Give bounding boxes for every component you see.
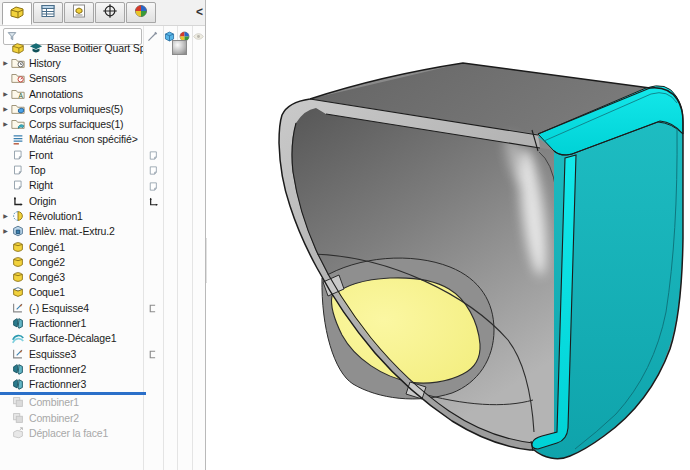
- manager-tab-propertymanager[interactable]: [33, 2, 63, 23]
- displaymanager-icon: [133, 3, 149, 23]
- tree-item-label: Congé1: [29, 241, 65, 253]
- plane-icon: [147, 163, 161, 176]
- collapse-panel-button[interactable]: <: [196, 5, 203, 19]
- tree-item[interactable]: ▶ Right: [0, 178, 205, 193]
- history-folder-icon: [11, 56, 26, 70]
- mortarboard-icon: [29, 41, 44, 55]
- tree-item-label: Fractionner2: [29, 363, 86, 375]
- tree-item-label: Esquisse3: [29, 348, 76, 360]
- tree-item-label: Right: [29, 179, 53, 191]
- model-3d: [220, 0, 690, 470]
- cut-extrude-icon: [11, 224, 26, 238]
- sketch-contour-icon: [147, 301, 161, 314]
- svg-text:A: A: [18, 91, 23, 98]
- tree-item[interactable]: ▶ Esquisse3: [0, 346, 205, 361]
- shell-icon: [11, 285, 26, 299]
- tree-item[interactable]: ▶ Révolution1: [0, 208, 205, 223]
- tree-item[interactable]: ▶ Fractionner3: [0, 377, 205, 392]
- sketch-icon: [11, 347, 26, 361]
- tree-item[interactable]: ▶ Surface-Décalage1: [0, 331, 205, 346]
- fillet-icon: [11, 240, 26, 254]
- split-icon: [11, 377, 26, 391]
- tree-item-label: Combiner2: [29, 412, 79, 424]
- tree-item-label: Surface-Décalage1: [29, 332, 116, 344]
- tree-item-label: Fractionner3: [29, 378, 86, 390]
- tree-item[interactable]: ▶ Front: [0, 147, 205, 162]
- tree-item[interactable]: ▶ Congé1: [0, 239, 205, 254]
- split-icon: [11, 316, 26, 330]
- feature-tree: ▶ Base Boitier Quart Sphére ( ▶ History …: [0, 40, 205, 441]
- fillet-icon: [11, 255, 26, 269]
- tree-item[interactable]: ▶ (-) Esquisse4: [0, 300, 205, 315]
- split-icon: [11, 362, 26, 376]
- plane-icon: [11, 163, 26, 177]
- manager-tab-configurationmanager[interactable]: [64, 2, 94, 23]
- manager-tab-featuremanager[interactable]: [2, 2, 32, 25]
- expand-arrow-icon[interactable]: ▶: [0, 60, 11, 66]
- combine-icon: [11, 411, 26, 425]
- tree-item[interactable]: ▶ Coque1: [0, 285, 205, 300]
- tree-item-label: Congé2: [29, 256, 65, 268]
- manager-tab-dimxpertmanager[interactable]: [95, 2, 125, 23]
- tree-item[interactable]: ▶ Sensors: [0, 71, 205, 86]
- tree-item[interactable]: ▶ Matériau <non spécifié>: [0, 132, 205, 147]
- tree-item[interactable]: ▶ Combiner1: [0, 395, 205, 410]
- tree-item[interactable]: ▶ Corps surfaciques(1): [0, 116, 205, 131]
- appearance-swatch[interactable]: [172, 40, 187, 55]
- tree-item[interactable]: ▶ Combiner2: [0, 410, 205, 425]
- tree-item-label: Combiner1: [29, 396, 79, 408]
- tree-item-label: Déplacer la face1: [29, 427, 108, 439]
- tree-item[interactable]: ▶ Fractionner2: [0, 361, 205, 376]
- configurationmanager-icon: [71, 3, 87, 23]
- tree-item-label: History: [29, 57, 61, 69]
- annotations-folder-icon: A: [11, 87, 26, 101]
- expand-arrow-icon[interactable]: ▶: [0, 213, 11, 219]
- origin-icon: [147, 194, 161, 207]
- material-icon: [11, 132, 26, 146]
- plane-icon: [11, 178, 26, 192]
- tree-item[interactable]: ▶ AAnnotations: [0, 86, 205, 101]
- tree-item-label: Fractionner1: [29, 317, 86, 329]
- move-face-icon: [11, 426, 26, 440]
- tree-item-label: Origin: [29, 195, 56, 207]
- tree-item-label: Corps surfaciques(1): [29, 118, 123, 130]
- combine-icon: [11, 395, 26, 409]
- expand-arrow-icon[interactable]: ▶: [0, 106, 11, 112]
- featuremanager-panel: < ▶ Base Boitier Quart Sphére ( ▶ Histor…: [0, 0, 206, 470]
- tree-item-label: Congé3: [29, 271, 65, 283]
- tree-item[interactable]: ▶ Corps volumiques(5): [0, 101, 205, 116]
- expand-arrow-icon[interactable]: ▶: [0, 91, 11, 97]
- tree-item[interactable]: ▶ Congé3: [0, 269, 205, 284]
- manager-tabstrip: <: [0, 0, 205, 26]
- tree-item[interactable]: ▶ History: [0, 55, 205, 70]
- tree-item-label: Front: [29, 149, 53, 161]
- tree-item[interactable]: ▶ Base Boitier Quart Sphére (: [0, 40, 205, 55]
- tree-item-label: Annotations: [29, 88, 83, 100]
- sketch-icon: [11, 301, 26, 315]
- tree-item-label: Top: [29, 164, 45, 176]
- sketch-contour-icon: [147, 347, 161, 360]
- tree-item-label: Corps volumiques(5): [29, 103, 123, 115]
- solid-bodies-folder-icon: [11, 102, 26, 116]
- tree-item[interactable]: ▶ Enlèv. mat.-Extru.2: [0, 224, 205, 239]
- offset-surface-icon: [11, 331, 26, 345]
- fillet-icon: [11, 270, 26, 284]
- tree-item-label: (-) Esquisse4: [29, 302, 89, 314]
- propertymanager-icon: [40, 3, 56, 23]
- tree-item-label: Révolution1: [29, 210, 83, 222]
- tree-item-label: Enlèv. mat.-Extru.2: [29, 225, 115, 237]
- tree-item[interactable]: ▶ Déplacer la face1: [0, 425, 205, 440]
- manager-tab-displaymanager[interactable]: [126, 2, 156, 23]
- expand-arrow-icon[interactable]: ▶: [0, 228, 11, 234]
- origin-icon: [11, 194, 26, 208]
- tree-item[interactable]: ▶ Fractionner1: [0, 315, 205, 330]
- tree-item-label: Coque1: [29, 286, 65, 298]
- tree-item[interactable]: ▶ Origin: [0, 193, 205, 208]
- solidworks-window: { "panel": { "collapse_glyph": "<", "tab…: [0, 0, 690, 470]
- tree-item[interactable]: ▶ Congé2: [0, 254, 205, 269]
- expand-arrow-icon[interactable]: ▶: [0, 121, 11, 127]
- dimxpertmanager-icon: [102, 3, 118, 23]
- tree-item[interactable]: ▶ Top: [0, 162, 205, 177]
- graphics-area[interactable]: [207, 0, 690, 470]
- plane-icon: [11, 148, 26, 162]
